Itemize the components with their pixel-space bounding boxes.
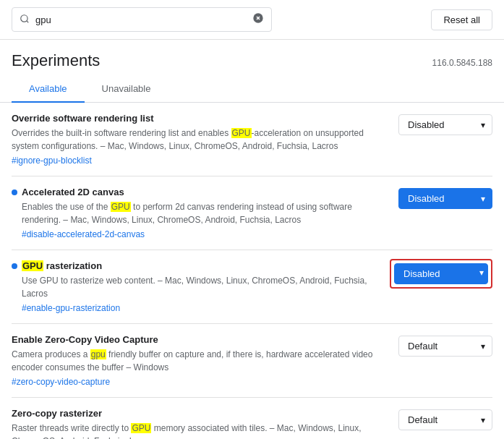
experiment-desc-gpu: Use GPU to rasterize web content. – Mac,… (22, 274, 378, 300)
header: Experiments 116.0.5845.188 (0, 40, 504, 73)
experiment-item-2d: Accelerated 2D canvas Enables the use of… (12, 176, 492, 250)
experiment-desc: Overrides the built-in software renderin… (12, 127, 387, 153)
experiment-title-rasterizer: Zero-copy rasterizer (12, 408, 387, 419)
experiment-item: Override software rendering list Overrid… (12, 103, 492, 176)
experiment-desc-zerocopy: Camera produces a gpu friendly buffer on… (12, 348, 387, 374)
svg-line-1 (27, 20, 29, 22)
experiment-title: Override software rendering list (12, 113, 387, 124)
experiment-title-gpu: GPU rasterization (22, 260, 378, 271)
version-label: 116.0.5845.188 (432, 58, 492, 68)
reset-all-button[interactable]: Reset all (431, 9, 492, 30)
page-title: Experiments (12, 51, 100, 70)
experiment-item-rasterizer: Zero-copy rasterizer Raster threads writ… (12, 398, 492, 439)
canvas-select[interactable]: Default Disabled Enabled (398, 188, 492, 209)
search-input[interactable] (35, 14, 252, 25)
experiment-content-rasterizer: Zero-copy rasterizer Raster threads writ… (12, 408, 398, 439)
experiment-item-gpu: GPU rasterization Use GPU to rasterize w… (12, 250, 492, 324)
select-wrapper-2d: Default Disabled Enabled (398, 187, 492, 209)
select-wrapper-zerocopy: Default Disabled Enabled (398, 334, 492, 357)
experiment-content-gpu: GPU rasterization Use GPU to rasterize w… (12, 260, 390, 313)
experiment-content-2d: Accelerated 2D canvas Enables the use of… (12, 187, 398, 239)
experiment-link-gpu[interactable]: #enable-gpu-rasterization (22, 303, 378, 313)
experiment-link[interactable]: #ignore-gpu-blocklist (12, 155, 387, 166)
search-icon (20, 14, 30, 26)
select-wrapper-rasterizer: Default Disabled Enabled (398, 408, 492, 430)
experiment-content: Override software rendering list Overrid… (12, 113, 398, 166)
experiment-desc-rasterizer: Raster threads write directly to GPU mem… (12, 422, 387, 439)
clear-icon[interactable] (252, 12, 264, 27)
experiment-link-zerocopy[interactable]: #zero-copy-video-capture (12, 377, 387, 387)
experiment-title-zerocopy: Enable Zero-Copy Video Capture (12, 334, 387, 345)
tab-unavailable[interactable]: Unavailable (85, 76, 168, 103)
gpu-select[interactable]: Default Disabled Enabled (394, 263, 488, 284)
experiments-list: Override software rendering list Overrid… (0, 103, 504, 439)
experiment-title-2d: Accelerated 2D canvas (22, 187, 387, 197)
select-wrapper-gpu: Default Disabled Enabled (390, 259, 492, 289)
zerocopy-select[interactable]: Default Disabled Enabled (398, 336, 492, 357)
experiment-dot-2d (12, 189, 17, 195)
search-box (12, 7, 272, 32)
override-select[interactable]: Default Disabled Enabled (398, 114, 492, 135)
rasterizer-select[interactable]: Default Disabled Enabled (398, 409, 492, 430)
experiment-content-zerocopy: Enable Zero-Copy Video Capture Camera pr… (12, 334, 398, 387)
tabs: Available Unavailable (0, 76, 504, 103)
top-bar: Reset all (0, 0, 504, 40)
select-wrapper: Default Disabled Enabled (398, 113, 492, 135)
tab-available[interactable]: Available (12, 76, 85, 103)
experiment-link-2d[interactable]: #disable-accelerated-2d-canvas (22, 229, 387, 239)
experiment-item-zerocopy: Enable Zero-Copy Video Capture Camera pr… (12, 324, 492, 398)
svg-point-0 (21, 14, 27, 21)
experiment-dot-gpu (12, 263, 17, 269)
experiment-desc-2d: Enables the use of the GPU to perform 2d… (22, 200, 387, 226)
